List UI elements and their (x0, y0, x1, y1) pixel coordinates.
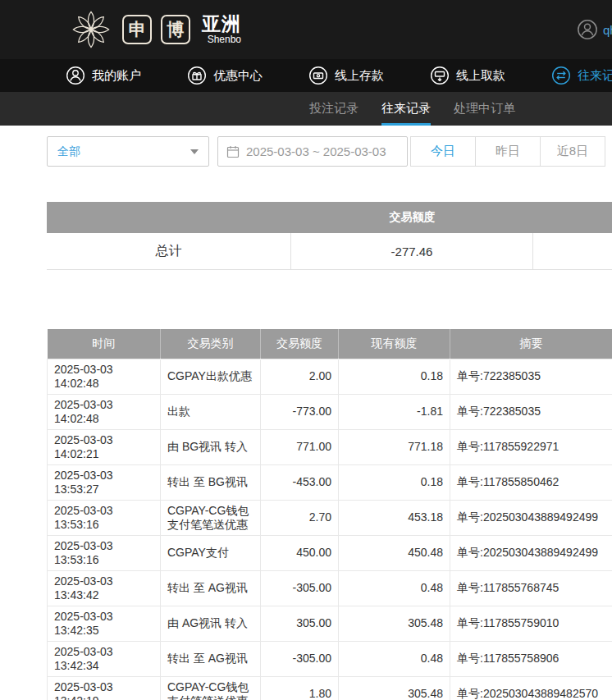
withdraw-icon (430, 66, 450, 85)
cell-time: 2025-03-03 13:42:35 (48, 606, 161, 641)
cell-type: 转出 至 AG视讯 (161, 570, 261, 606)
cell-type: CGPAY-CG钱包支付笔笔送优惠 (161, 500, 261, 535)
table-row: 2025-03-03 13:42:19 CGPAY-CG钱包支付笔笔送优惠 1.… (48, 676, 612, 700)
cell-type: 转出 至 BG视讯 (161, 464, 261, 500)
table-row: 2025-03-03 13:53:16 CGPAY支付 450.00 450.4… (48, 535, 612, 570)
cell-summary: 单号:117855922971 (450, 429, 612, 464)
tab-transaction-records[interactable]: 往来记录 (381, 92, 431, 126)
cell-summary: 单号:722385035 (450, 394, 612, 429)
col-header-summary: 摘要 (450, 329, 612, 359)
nav-item-label: 线上存款 (335, 68, 384, 84)
cell-amount: 2.00 (261, 359, 339, 394)
cell-type: 出款 (161, 394, 261, 429)
cell-summary: 单号:202503043889492499 (450, 500, 612, 535)
cell-balance: 0.18 (339, 464, 450, 500)
cell-balance: 0.48 (339, 641, 450, 676)
date-range-picker[interactable]: 2025-03-03 ~ 2025-03-03 (217, 136, 408, 167)
cell-balance: 305.48 (339, 606, 450, 641)
table-row: 2025-03-03 13:53:16 CGPAY-CG钱包支付笔笔送优惠 2.… (48, 500, 612, 535)
cell-balance: -1.81 (339, 394, 450, 429)
main-nav: 我的账户 优惠中心 线上存款 (0, 59, 612, 92)
cell-amount: 450.00 (261, 535, 339, 570)
summary-header-label: 交易额度 (291, 210, 533, 225)
brand-region-label: 亚洲 (202, 14, 241, 34)
cell-summary: 单号:117855758906 (450, 641, 612, 676)
today-button[interactable]: 今日 (410, 136, 476, 167)
cell-summary: 单号:117855759010 (450, 606, 612, 641)
cell-time: 2025-03-03 14:02:48 (48, 359, 161, 394)
nav-item-promotions[interactable]: 优惠中心 (187, 66, 263, 85)
deposit-icon (308, 66, 328, 85)
cell-summary: 单号:722385035 (450, 359, 612, 394)
chevron-down-icon (190, 149, 208, 154)
cell-time: 2025-03-03 14:02:48 (48, 394, 161, 429)
cell-amount: 771.00 (261, 429, 339, 464)
table-row: 2025-03-03 14:02:21 由 BG视讯 转入 771.00 771… (48, 429, 612, 464)
cell-amount: -453.00 (261, 464, 339, 500)
cell-time: 2025-03-03 13:53:16 (48, 535, 161, 570)
records-icon (551, 66, 571, 85)
cell-time: 2025-03-03 14:02:21 (48, 429, 161, 464)
date-range-value: 2025-03-03 ~ 2025-03-03 (246, 144, 386, 158)
summary-table: 交易额度 总计 -277.46 (47, 202, 612, 270)
username-label: qhh (603, 23, 612, 37)
summary-total-value: -277.46 (291, 233, 533, 269)
cell-amount: 2.70 (261, 500, 339, 535)
cell-type: CGPAY出款优惠 (161, 359, 261, 394)
transactions-table-body: 2025-03-03 14:02:48 CGPAY出款优惠 2.00 0.18 … (48, 359, 612, 700)
select-value: 全部 (48, 144, 80, 159)
user-avatar-icon (577, 19, 598, 40)
cell-amount: 1.80 (261, 676, 339, 700)
cell-amount: -305.00 (261, 570, 339, 606)
nav-item-withdraw[interactable]: 线上取款 (430, 66, 505, 85)
summary-total-row: 总计 -277.46 (47, 233, 612, 270)
cell-type: 转出 至 AG视讯 (161, 641, 261, 676)
quick-date-buttons: 今日 昨日 近8日 (411, 136, 605, 167)
filter-bar: 全部 2025-03-03 ~ 2025-03-03 今日 昨日 近8日 (47, 136, 612, 167)
last-8-days-button[interactable]: 近8日 (540, 136, 605, 167)
table-row: 2025-03-03 13:53:27 转出 至 BG视讯 -453.00 0.… (48, 464, 612, 500)
top-header: 申 博 亚洲 Shenbo qhh (0, 0, 612, 59)
table-row: 2025-03-03 13:43:42 转出 至 AG视讯 -305.00 0.… (48, 570, 612, 606)
brand-logo[interactable]: 申 博 亚洲 Shenbo (69, 7, 241, 52)
cell-type: CGPAY支付 (161, 535, 261, 570)
brand-subtitle: Shenbo (208, 34, 241, 45)
transactions-section: 时间 交易类别 交易额度 现有额度 摘要 2025-03-03 14:02:48… (47, 329, 612, 700)
logo-char-shen: 申 (122, 15, 152, 44)
cell-amount: -773.00 (261, 394, 339, 429)
yesterday-button[interactable]: 昨日 (475, 136, 541, 167)
cell-summary: 单号:117855850462 (450, 464, 612, 500)
nav-item-label: 我的账户 (92, 68, 141, 84)
col-header-amount: 交易额度 (261, 329, 339, 359)
table-row: 2025-03-03 13:42:34 转出 至 AG视讯 -305.00 0.… (48, 641, 612, 676)
col-header-type: 交易类别 (161, 329, 261, 359)
summary-header-row: 交易额度 (47, 202, 612, 233)
cell-balance: 0.18 (339, 359, 450, 394)
flower-logo-icon (69, 7, 113, 52)
cell-type: 由 BG视讯 转入 (161, 429, 261, 464)
tab-bet-records[interactable]: 投注记录 (309, 92, 359, 126)
sub-nav: 投注记录 往来记录 处理中订单 (0, 92, 612, 126)
cell-balance: 771.18 (339, 429, 450, 464)
nav-item-deposit[interactable]: 线上存款 (308, 66, 384, 85)
cell-balance: 453.18 (339, 500, 450, 535)
nav-item-label: 优惠中心 (213, 68, 263, 84)
cell-summary: 单号:202503043889482570 (450, 676, 612, 700)
cell-amount: -305.00 (261, 641, 339, 676)
user-menu[interactable]: qhh (577, 19, 612, 40)
nav-item-label: 线上取款 (456, 68, 505, 84)
cell-type: CGPAY-CG钱包支付笔笔送优惠 (161, 676, 261, 700)
cell-time: 2025-03-03 13:53:16 (48, 500, 161, 535)
col-header-time: 时间 (48, 329, 161, 359)
cell-type: 由 AG视讯 转入 (161, 606, 261, 641)
type-filter-select[interactable]: 全部 (47, 136, 209, 167)
logo-char-bo: 博 (161, 15, 190, 44)
table-row: 2025-03-03 13:42:35 由 AG视讯 转入 305.00 305… (48, 606, 612, 641)
cell-summary: 单号:117855768745 (450, 570, 612, 606)
nav-item-records[interactable]: 往来记录 (551, 66, 612, 85)
promo-icon (187, 66, 207, 85)
nav-item-account[interactable]: 我的账户 (66, 66, 141, 85)
tab-processing-orders[interactable]: 处理中订单 (454, 92, 515, 126)
transactions-table: 时间 交易类别 交易额度 现有额度 摘要 2025-03-03 14:02:48… (47, 329, 612, 700)
summary-empty-cell (533, 233, 612, 269)
